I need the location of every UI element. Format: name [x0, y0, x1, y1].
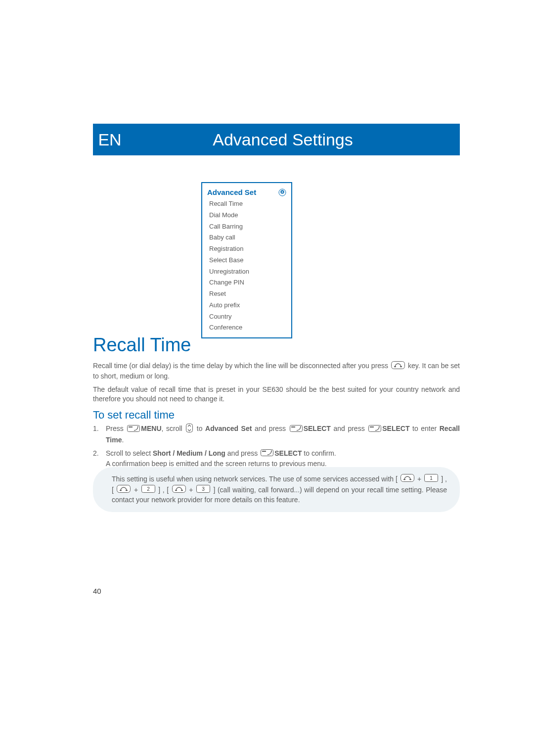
talk-key-icon [400, 474, 414, 485]
menu-item: Baby call [209, 232, 286, 243]
svg-point-11 [300, 426, 301, 427]
text: Press [106, 425, 126, 432]
text: and press [331, 425, 367, 432]
svg-point-7 [137, 426, 138, 427]
select-keyword: SELECT [304, 425, 331, 432]
select-keyword: SELECT [274, 449, 302, 457]
menu-list: Recall Time Dial Mode Call Barring Baby … [207, 198, 286, 333]
step-body: Press MENU, scroll to Advanced Set and p… [106, 424, 460, 445]
text: + [132, 485, 140, 493]
svg-rect-2 [392, 362, 405, 369]
menu-item: Change PIN [209, 277, 286, 288]
softkey-icon [261, 449, 273, 459]
menu-item: Call Barring [209, 221, 286, 233]
menu-item: Dial Mode [209, 210, 286, 221]
text: and press [252, 425, 288, 432]
scroll-key-icon [186, 424, 193, 435]
text: . [122, 436, 124, 444]
text: + [415, 475, 423, 483]
svg-rect-4 [400, 366, 402, 367]
softkey-icon [290, 425, 303, 434]
step-2: 2. Scroll to select Short / Medium / Lon… [93, 448, 460, 469]
step-number: 2. [93, 448, 106, 469]
step-body: Scroll to select Short / Medium / Long a… [106, 448, 460, 469]
text: to [194, 425, 205, 432]
svg-rect-6 [129, 426, 133, 427]
subheading-set-recall-time: To set recall time [93, 409, 175, 422]
svg-rect-16 [262, 451, 266, 452]
menu-item: Unregistration [209, 266, 286, 278]
key-1-icon: 1 [424, 474, 438, 485]
svg-rect-25 [126, 490, 128, 491]
advanced-set-menu-box: Advanced Set Recall Time Dial Mode Call … [201, 182, 292, 338]
svg-rect-3 [394, 366, 396, 367]
svg-text:2: 2 [147, 486, 150, 492]
svg-point-17 [271, 450, 272, 451]
text: ] , [ [156, 485, 171, 493]
text: , scroll [162, 425, 185, 432]
key-3-icon: 3 [196, 485, 210, 496]
menu-item: Auto prefix [209, 300, 286, 311]
menu-item: Reset [209, 288, 286, 300]
steps-list: 1. Press MENU, scroll to Advanced Set an… [93, 424, 460, 472]
page: EN Advanced Settings Advanced Set Recall… [0, 0, 534, 756]
talk-key-icon [117, 485, 131, 496]
text: A confirmation beep is emitted and the s… [106, 460, 327, 468]
gear-icon [278, 189, 286, 196]
menu-item: Select Base [209, 255, 286, 266]
step-1: 1. Press MENU, scroll to Advanced Set an… [93, 424, 460, 445]
svg-rect-23 [117, 485, 131, 492]
menu-item: Conference [209, 322, 286, 333]
text: to confirm. [302, 449, 336, 457]
key-2-icon: 2 [141, 485, 155, 496]
svg-point-1 [281, 191, 283, 192]
softkey-icon [127, 425, 140, 434]
menu-item: Country [209, 311, 286, 323]
section-title-recall-time: Recall Time [93, 334, 191, 356]
language-code: EN [93, 124, 127, 155]
svg-rect-13 [370, 426, 374, 427]
svg-text:3: 3 [202, 486, 205, 492]
text: + [187, 485, 195, 493]
svg-text:1: 1 [430, 475, 433, 481]
text: Scroll to select [106, 449, 153, 457]
advanced-set-keyword: Advanced Set [205, 425, 252, 432]
menu-title: Advanced Set [207, 188, 256, 196]
options-keyword: Short / Medium / Long [153, 449, 225, 457]
header-title: Advanced Settings [135, 130, 460, 149]
svg-rect-30 [181, 490, 183, 491]
svg-rect-18 [401, 474, 414, 482]
text: This setting is useful when using networ… [112, 475, 400, 483]
menu-item: Recall Time [209, 198, 286, 210]
header-bar: EN Advanced Settings [93, 124, 460, 155]
text: Recall time (or dial delay) is the time … [93, 362, 390, 370]
menu-keyword: MENU [141, 425, 161, 432]
softkey-icon [368, 425, 381, 434]
page-number: 40 [93, 587, 101, 595]
svg-point-14 [379, 426, 380, 427]
step-number: 1. [93, 424, 106, 445]
select-keyword: SELECT [382, 425, 409, 432]
svg-rect-19 [403, 479, 405, 480]
text: to enter [409, 425, 439, 432]
svg-rect-10 [291, 426, 295, 427]
svg-rect-28 [172, 485, 185, 492]
paragraph-recall-default: The default value of recall time that is… [93, 385, 460, 404]
menu-item: Registration [209, 243, 286, 255]
talk-key-icon [172, 485, 186, 496]
svg-rect-24 [120, 490, 122, 491]
tip-box-network-services: This setting is useful when using networ… [93, 467, 460, 512]
talk-key-icon [391, 361, 405, 372]
paragraph-recall-intro: Recall time (or dial delay) is the time … [93, 361, 460, 381]
menu-title-row: Advanced Set [207, 188, 286, 196]
svg-rect-20 [409, 479, 411, 480]
svg-rect-29 [175, 490, 177, 491]
text: and press [225, 449, 260, 457]
